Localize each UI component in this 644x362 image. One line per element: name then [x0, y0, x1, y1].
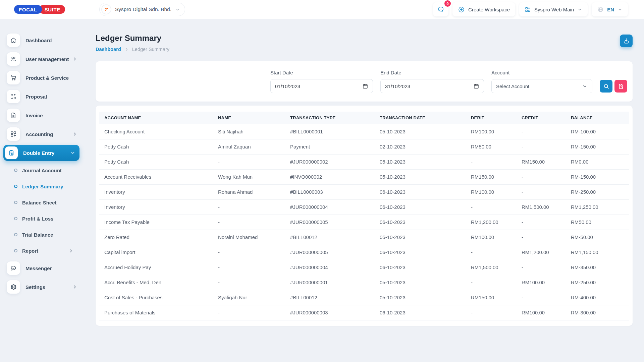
- table-cell: Accr. Benefits - Med, Den: [99, 275, 218, 290]
- column-header-account-name: ACCOUNT NAME: [99, 112, 218, 124]
- table-cell: Zero Rated: [99, 230, 218, 245]
- language-label: EN: [607, 7, 614, 12]
- sidebar-item-label: Double Entry: [23, 150, 54, 156]
- bullet-icon: [14, 185, 17, 188]
- page-title: Ledger Summary: [96, 34, 633, 43]
- sidebar-item-invoice[interactable]: Invoice: [0, 106, 82, 125]
- table-row: Accr. Benefits - Med, Den-#JUR0000000010…: [99, 275, 629, 290]
- table-cell: RM1,250.00: [571, 199, 629, 215]
- sidebar-item-accounting[interactable]: Accounting: [0, 125, 82, 143]
- sidebar-subitem-trial-balance[interactable]: Trial Balance: [0, 227, 82, 243]
- sidebar-subitem-ledger-summary[interactable]: Ledger Summary: [0, 178, 82, 194]
- column-header-name: NAME: [218, 112, 290, 124]
- table-row: Income Tax Payable-#JUR00000000506-10-20…: [99, 215, 629, 230]
- sidebar-item-proposal[interactable]: Proposal: [0, 87, 82, 106]
- table-row: Purchases of Materials-#JUR00000000306-1…: [99, 305, 629, 320]
- table-cell: -: [522, 230, 571, 245]
- sidebar: DashboardUser ManagementProduct & Servic…: [0, 19, 82, 362]
- chevron-right-icon: [72, 131, 77, 137]
- double-entry-icon: [5, 146, 18, 159]
- table-cell: Capital import: [99, 245, 218, 260]
- table-cell: 05-10-2023: [380, 154, 471, 169]
- end-date-input[interactable]: 31/10/2023: [380, 79, 484, 93]
- table-cell: RM-50.00: [571, 230, 629, 245]
- table-cell: #JUR000000003: [290, 305, 380, 320]
- focal-suite-logo: FOCAL SUITE: [14, 5, 82, 14]
- chat-button[interactable]: 0: [433, 2, 448, 16]
- chat-badge: 0: [444, 0, 451, 7]
- column-header-credit: CREDIT: [522, 112, 571, 124]
- table-cell: 05-10-2023: [380, 275, 471, 290]
- sidebar-item-product-service[interactable]: Product & Service: [0, 68, 82, 87]
- table-cell: Siti Najihah: [218, 124, 290, 139]
- table-cell: #BILL00012: [290, 290, 380, 305]
- sidebar-subitem-balance-sheet[interactable]: Balance Sheet: [0, 194, 82, 210]
- table-row: Zero RatedNoraini Mohamed#BILL0001205-10…: [99, 230, 629, 245]
- download-button[interactable]: [620, 35, 633, 47]
- invoice-icon: [7, 109, 20, 122]
- sidebar-subitem-journal-account[interactable]: Journal Account: [0, 162, 82, 178]
- chevron-right-icon: [72, 284, 77, 290]
- calendar-icon: [362, 83, 368, 89]
- workspace-selector[interactable]: Syspro Web Main: [519, 2, 588, 16]
- breadcrumb-dashboard-link[interactable]: Dashboard: [96, 47, 121, 52]
- start-date-input[interactable]: 01/10/2023: [270, 79, 373, 93]
- search-button[interactable]: [600, 80, 612, 93]
- language-selector[interactable]: EN: [592, 2, 628, 16]
- accounting-icon: [7, 127, 20, 141]
- plus-circle-icon: [458, 6, 465, 13]
- calendar-icon: [473, 83, 479, 89]
- messenger-icon: [7, 261, 20, 275]
- sidebar-item-settings[interactable]: Settings: [0, 278, 82, 296]
- table-cell: #BILL0000001: [290, 124, 380, 139]
- search-icon: [603, 83, 609, 89]
- table-cell: -: [471, 199, 522, 215]
- breadcrumb-current: Ledger Summary: [132, 47, 169, 52]
- table-cell: RM-100.00: [571, 124, 629, 139]
- table-cell: Noraini Mohamed: [218, 230, 290, 245]
- company-selector[interactable]: Syspro Digital Sdn. Bhd.: [99, 3, 185, 16]
- table-cell: -: [218, 275, 290, 290]
- account-select[interactable]: Select Account: [491, 79, 592, 93]
- table-cell: #JUR000000002: [290, 154, 380, 169]
- chevron-down-icon: [70, 150, 75, 156]
- create-workspace-button[interactable]: Create Workspace: [452, 2, 515, 16]
- logo-suite: SUITE: [39, 5, 65, 14]
- table-cell: -: [522, 215, 571, 230]
- table-cell: Inventory: [99, 184, 218, 199]
- settings-icon: [7, 280, 20, 294]
- table-cell: Account Receivables: [99, 169, 218, 184]
- table-cell: RM-150.00: [571, 139, 629, 154]
- sidebar-item-user-management[interactable]: User Management: [0, 50, 82, 68]
- filter-actions: [600, 70, 627, 93]
- sidebar-item-label: User Management: [25, 56, 69, 62]
- table-cell: RM-400.00: [571, 290, 629, 305]
- table-cell: #JUR000000001: [290, 275, 380, 290]
- clear-filter-button[interactable]: [614, 80, 627, 93]
- table-row: Checking AccountSiti Najihah#BILL0000001…: [99, 124, 629, 139]
- table-cell: Cost of Sales - Purchases: [99, 290, 218, 305]
- sidebar-item-messenger[interactable]: Messenger: [0, 259, 82, 278]
- clear-filter-icon: [618, 83, 624, 89]
- ledger-table: ACCOUNT NAMENAMETRANSACTION TYPETRANSACT…: [99, 112, 629, 320]
- table-cell: #BILL0000003: [290, 184, 380, 199]
- table-row: Cost of Sales - PurchasesSyafiqah Nur#BI…: [99, 290, 629, 305]
- table-cell: RM100.00: [522, 305, 571, 320]
- end-date-value: 31/10/2023: [385, 83, 410, 89]
- bullet-icon: [14, 201, 17, 204]
- create-workspace-label: Create Workspace: [468, 7, 510, 12]
- sidebar-subitem-label: Ledger Summary: [22, 184, 63, 189]
- sidebar-subitem-profit-loss[interactable]: Profit & Loss: [0, 210, 82, 227]
- sidebar-subitem-report[interactable]: Report: [0, 243, 82, 259]
- table-cell: #JUR000000004: [290, 199, 380, 215]
- table-cell: 05-10-2023: [380, 169, 471, 184]
- column-header-debit: DEBIT: [471, 112, 522, 124]
- table-cell: Purchases of Materials: [99, 305, 218, 320]
- table-cell: Petty Cash: [99, 154, 218, 169]
- table-cell: RM1,500.00: [471, 260, 522, 275]
- sidebar-item-double-entry[interactable]: Double Entry: [3, 145, 79, 161]
- table-cell: #JUR000000004: [290, 260, 380, 275]
- table-cell: -: [218, 154, 290, 169]
- start-date-label: Start Date: [270, 70, 373, 76]
- sidebar-item-dashboard[interactable]: Dashboard: [0, 31, 82, 50]
